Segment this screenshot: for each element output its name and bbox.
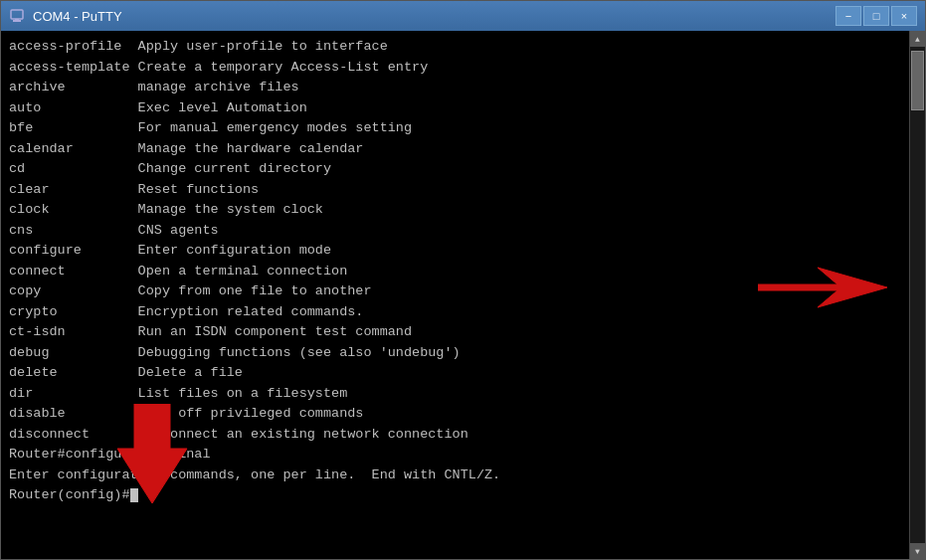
- right-arrow-annotation: [758, 263, 887, 312]
- scrollbar-track: [910, 47, 925, 543]
- svg-marker-3: [758, 268, 887, 307]
- terminal-area: access-profile Apply user-profile to int…: [1, 31, 925, 559]
- putty-window: COM4 - PuTTY − □ × access-profile Apply …: [0, 0, 926, 560]
- svg-rect-2: [15, 19, 19, 20]
- close-button[interactable]: ×: [891, 6, 917, 26]
- terminal-output[interactable]: access-profile Apply user-profile to int…: [1, 31, 909, 559]
- minimize-button[interactable]: −: [835, 6, 861, 26]
- svg-rect-1: [13, 20, 21, 22]
- maximize-button[interactable]: □: [863, 6, 889, 26]
- scrollbar[interactable]: ▲ ▼: [909, 31, 925, 559]
- app-icon: [9, 8, 25, 24]
- window-title: COM4 - PuTTY: [33, 9, 835, 24]
- svg-rect-0: [11, 10, 23, 19]
- svg-marker-4: [117, 404, 187, 503]
- window-controls: − □ ×: [835, 6, 917, 26]
- scrollbar-thumb[interactable]: [911, 51, 924, 110]
- down-arrow-annotation: [112, 404, 192, 503]
- scroll-down-button[interactable]: ▼: [910, 543, 926, 559]
- scroll-up-button[interactable]: ▲: [910, 31, 926, 47]
- command-list: access-profile Apply user-profile to int…: [9, 37, 901, 445]
- title-bar: COM4 - PuTTY − □ ×: [1, 1, 925, 31]
